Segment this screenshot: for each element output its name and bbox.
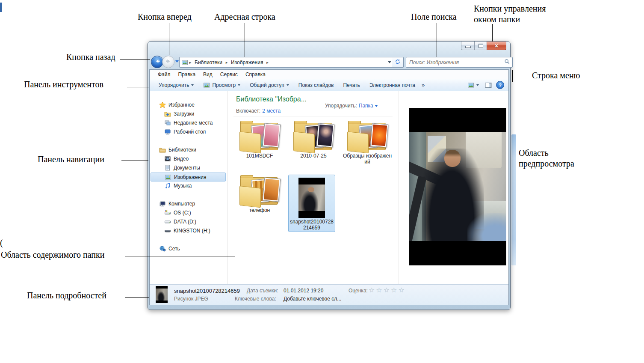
folder-tile[interactable]: 101MSDCF bbox=[234, 119, 285, 159]
address-bar[interactable]: Библиотеки Изображения bbox=[179, 57, 395, 68]
folder-tile[interactable]: телефон bbox=[234, 174, 285, 213]
back-button[interactable] bbox=[151, 56, 163, 68]
search-input[interactable] bbox=[408, 59, 504, 66]
file-label: snapshot20100728214659 bbox=[289, 219, 335, 231]
slideshow-button[interactable]: Показ слайдов bbox=[294, 80, 339, 90]
sidebar-item-drive-d[interactable]: DATA (D:) bbox=[151, 217, 226, 226]
view-label: Просмотр bbox=[212, 82, 236, 88]
window-controls: × bbox=[461, 42, 506, 50]
maximize-icon bbox=[479, 44, 483, 48]
sidebar-item-documents[interactable]: Документы bbox=[151, 164, 226, 172]
share-button[interactable]: Общий доступ bbox=[245, 80, 294, 90]
folder-icon bbox=[239, 174, 280, 206]
search-box[interactable] bbox=[406, 57, 513, 68]
details-rating-label: Оценка: bbox=[349, 288, 368, 294]
sidebar-item-drive-c[interactable]: OS (C:) bbox=[151, 208, 226, 217]
sidebar-label: DATA (D:) bbox=[174, 219, 196, 225]
sidebar-item-pictures[interactable]: Изображения bbox=[151, 173, 226, 182]
pictures-icon bbox=[165, 174, 171, 181]
folder-label: 101MSDCF bbox=[234, 153, 285, 159]
sidebar-label: Недавние места bbox=[174, 120, 213, 126]
views-icon bbox=[467, 82, 474, 89]
sidebar-item-videos[interactable]: Видео bbox=[151, 155, 226, 163]
sidebar-item-network[interactable]: Сеть bbox=[151, 244, 226, 253]
preview-pane bbox=[399, 91, 508, 285]
folder-content-area: Библиотека "Изобра... Упорядочить: Папка… bbox=[227, 91, 399, 285]
print-button[interactable]: Печать bbox=[338, 80, 364, 90]
toolbar-overflow-chevron[interactable]: » bbox=[420, 82, 426, 88]
details-keywords-value[interactable]: Добавьте ключевое сл... bbox=[284, 296, 341, 302]
annotation-address-bar: Адресная строка bbox=[214, 12, 275, 22]
drive-icon bbox=[164, 218, 171, 225]
sidebar-label: Сеть bbox=[168, 246, 180, 252]
maximize-button[interactable] bbox=[475, 42, 487, 50]
film-icon bbox=[164, 155, 171, 162]
callout-line bbox=[245, 23, 245, 57]
close-button[interactable]: × bbox=[487, 42, 506, 50]
close-icon: × bbox=[495, 42, 498, 49]
help-icon[interactable]: ? bbox=[496, 81, 504, 89]
search-icon[interactable] bbox=[504, 59, 510, 66]
menu-edit[interactable]: Правка bbox=[174, 71, 200, 77]
folder-tile[interactable]: 2010-07-25 bbox=[288, 119, 339, 159]
forward-button[interactable] bbox=[162, 56, 174, 68]
menu-help[interactable]: Справка bbox=[242, 71, 269, 77]
share-label: Общий доступ bbox=[250, 82, 284, 88]
organize-button[interactable]: Упорядочить bbox=[154, 80, 198, 90]
callout-line bbox=[125, 297, 149, 298]
breadcrumb-arrow-icon bbox=[188, 60, 192, 65]
back-arrow-icon bbox=[154, 58, 160, 65]
sidebar-item-desktop[interactable]: Рабочий стол bbox=[151, 128, 226, 136]
change-view-button[interactable] bbox=[466, 80, 481, 90]
callout-line bbox=[512, 70, 513, 82]
breadcrumb-arrow-icon bbox=[225, 60, 229, 65]
details-file-type: Рисунок JPEG bbox=[174, 296, 208, 302]
sidebar-label: Изображения bbox=[174, 174, 206, 180]
rating-stars[interactable]: ☆☆☆☆☆ bbox=[369, 286, 406, 294]
preview-pane-toggle-icon[interactable] bbox=[485, 82, 492, 89]
address-dropdown-icon[interactable] bbox=[388, 61, 391, 63]
sidebar-item-music[interactable]: Музыка bbox=[151, 182, 226, 190]
sidebar-item-favorites[interactable]: Избранное bbox=[151, 101, 226, 109]
pictures-library-icon bbox=[181, 59, 188, 66]
annotation-details-pane: Панель подробностей bbox=[27, 291, 106, 301]
sidebar-item-computer[interactable]: Компьютер bbox=[151, 199, 226, 208]
menu-file[interactable]: Файл bbox=[154, 71, 174, 77]
menu-view[interactable]: Вид bbox=[199, 71, 216, 77]
arrange-by-control[interactable]: Упорядочить: Папка bbox=[325, 103, 378, 109]
breadcrumb-pictures[interactable]: Изображения bbox=[229, 60, 265, 65]
annotation-back-button: Кнопка назад bbox=[66, 52, 115, 62]
refresh-button[interactable] bbox=[392, 57, 404, 68]
folder-photo bbox=[263, 177, 281, 202]
includes-link[interactable]: 2 места bbox=[262, 108, 281, 114]
view-button[interactable]: Просмотр bbox=[198, 80, 245, 90]
email-button[interactable]: Электронная почта bbox=[365, 80, 420, 90]
breadcrumb-libraries[interactable]: Библиотеки bbox=[192, 60, 225, 65]
page-edge-strip bbox=[511, 134, 516, 265]
folder-photo bbox=[370, 123, 389, 147]
sidebar-item-recent-places[interactable]: Недавние места bbox=[151, 119, 226, 127]
chevron-down-icon bbox=[238, 84, 240, 86]
selected-file-tile[interactable]: snapshot20100728214659 bbox=[288, 175, 335, 232]
callout-line bbox=[120, 60, 150, 60]
sidebar-item-downloads[interactable]: Загрузки bbox=[151, 110, 226, 118]
toolbar-right-group: ? bbox=[466, 80, 504, 90]
computer-icon bbox=[159, 200, 166, 207]
annotation-navigation-pane: Панель навигации bbox=[38, 155, 104, 164]
minimize-button[interactable] bbox=[461, 42, 475, 50]
recent-places-icon bbox=[164, 119, 171, 126]
folder-tile[interactable]: Образцы изображений bbox=[342, 119, 393, 165]
callout-line bbox=[506, 174, 524, 174]
details-date-value[interactable]: 01.01.2012 19:20 bbox=[284, 288, 323, 294]
window-client-area: Файл Правка Вид Сервис Справка Упорядочи… bbox=[149, 69, 509, 305]
os-drive-icon bbox=[164, 209, 171, 216]
annotation-window-controls: Кнопки управления окном папки bbox=[474, 3, 557, 25]
library-title: Библиотека "Изобра... bbox=[236, 95, 307, 103]
sidebar-item-drive-h[interactable]: KINGSTON (H:) bbox=[151, 226, 226, 235]
callout-line bbox=[437, 23, 437, 57]
menu-tools[interactable]: Сервис bbox=[216, 71, 242, 77]
history-dropdown-icon[interactable] bbox=[175, 60, 179, 62]
arrange-value[interactable]: Папка bbox=[359, 103, 373, 109]
annotation-menu-bar: Строка меню bbox=[532, 71, 580, 80]
sidebar-item-libraries[interactable]: Библиотеки bbox=[151, 146, 226, 154]
